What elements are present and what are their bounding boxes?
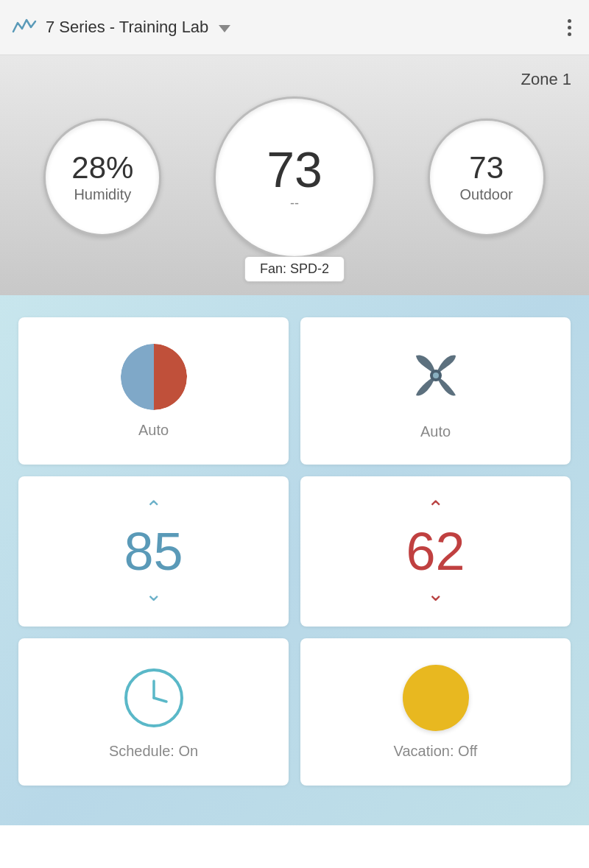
schedule-label: Schedule: On [109, 743, 198, 760]
heat-down-button[interactable]: ⌄ [145, 584, 162, 604]
mode-card[interactable]: Auto [18, 317, 289, 465]
header-left: 7 Series - Training Lab [12, 14, 230, 40]
svg-point-1 [433, 373, 439, 378]
humidity-label: Humidity [74, 186, 131, 203]
heat-setpoint-card[interactable]: ⌃ 85 ⌄ [18, 476, 289, 627]
heat-up-button[interactable]: ⌃ [145, 498, 162, 519]
indoor-temp-gauge: 73 -- [214, 96, 375, 258]
schedule-card[interactable]: Schedule: On [18, 638, 289, 786]
humidity-gauge: 28% Humidity [43, 119, 161, 236]
cool-setpoint-value: 62 [406, 525, 465, 578]
heat-setpoint-control: ⌃ 85 ⌄ [124, 498, 183, 604]
app-title: 7 Series - Training Lab [46, 18, 208, 37]
controls-section: Auto Auto [0, 295, 589, 825]
zone-label: Zone 1 [18, 70, 571, 89]
logo-icon [12, 14, 38, 40]
cool-down-button[interactable]: ⌄ [427, 584, 444, 604]
cool-up-button[interactable]: ⌃ [427, 498, 444, 519]
vacation-card[interactable]: Vacation: Off [300, 638, 571, 786]
cool-setpoint-control: ⌃ 62 ⌄ [406, 498, 465, 604]
indoor-temp-sub: -- [290, 196, 299, 211]
clock-icon [121, 665, 187, 731]
humidity-value: 28% [71, 152, 133, 183]
app-header: 7 Series - Training Lab [0, 0, 589, 55]
gauges-section: Zone 1 28% Humidity 73 -- 73 Outdoor Fan… [0, 55, 589, 295]
fan-icon [403, 342, 469, 412]
indoor-temp-value: 73 [267, 144, 322, 194]
cool-setpoint-card[interactable]: ⌃ 62 ⌄ [300, 476, 571, 627]
vacation-label: Vacation: Off [394, 743, 478, 760]
mode-label: Auto [138, 422, 169, 439]
fan-card[interactable]: Auto [300, 317, 571, 465]
fan-label: Auto [420, 423, 451, 440]
outdoor-temp-label: Outdoor [460, 186, 513, 203]
outdoor-temp-gauge: 73 Outdoor [428, 119, 546, 236]
controls-grid: Auto Auto [18, 317, 571, 786]
chevron-down-icon[interactable] [219, 25, 230, 32]
fan-badge: Fan: SPD-2 [244, 256, 345, 282]
mode-heat-half [154, 344, 187, 410]
gauges-row: 28% Humidity 73 -- 73 Outdoor [18, 96, 571, 258]
svg-line-4 [154, 698, 166, 702]
vacation-icon [403, 665, 469, 731]
menu-button[interactable] [562, 13, 577, 42]
mode-icon [121, 344, 187, 410]
mode-cool-half [121, 344, 154, 410]
heat-setpoint-value: 85 [124, 525, 183, 578]
outdoor-temp-value: 73 [469, 152, 504, 183]
